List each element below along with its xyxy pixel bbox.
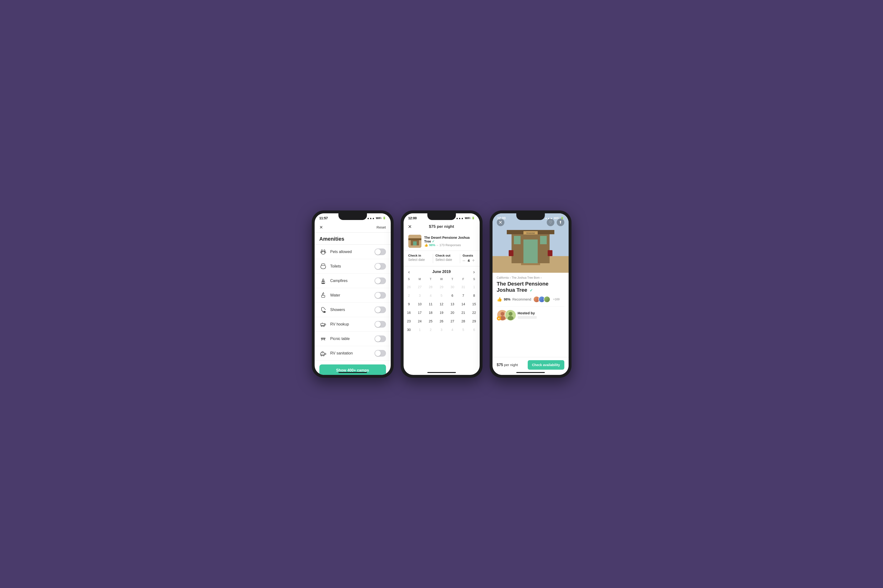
cal-day-7[interactable]: 7 [458, 291, 469, 300]
cal-day-17[interactable]: 17 [414, 308, 425, 317]
svg-rect-29 [413, 242, 417, 245]
picnic-icon [319, 335, 327, 343]
hosted-by-sub [518, 316, 537, 319]
cal-day-13[interactable]: 13 [447, 300, 458, 308]
amenity-pets: Pets allowed [314, 245, 391, 259]
cal-day-28a: 28 [425, 283, 436, 291]
cal-day-15[interactable]: 15 [469, 300, 480, 308]
checkout-value[interactable]: Select date [435, 258, 457, 262]
show-camps-button[interactable]: Show 400+ camps [319, 364, 386, 375]
host-avatars-wrap: ★ [497, 309, 515, 320]
water-label: Water [330, 293, 340, 297]
price-amount: $75 [497, 363, 503, 367]
svg-point-17 [323, 325, 324, 326]
picnic-label: Picnic table [330, 337, 350, 341]
cal-day-26[interactable]: 26 [436, 317, 447, 326]
cal-day-10[interactable]: 10 [414, 300, 425, 308]
svg-rect-7 [322, 295, 325, 297]
amenity-water: Water [314, 288, 391, 303]
guests-minus-button[interactable]: – [463, 258, 465, 263]
water-toggle[interactable] [375, 292, 386, 298]
cal-day-12[interactable]: 12 [436, 300, 447, 308]
cal-day-27[interactable]: 27 [447, 317, 458, 326]
svg-rect-4 [322, 264, 325, 266]
svg-rect-36 [514, 236, 520, 244]
checkout-label: Check out [435, 254, 457, 257]
cal-day-18[interactable]: 18 [425, 308, 436, 317]
calendar: ‹ June 2019 › S M T W T F S 26 27 28 29 [403, 266, 480, 334]
reset-button[interactable]: Reset [376, 225, 386, 229]
property-thumbnail [408, 235, 421, 248]
paw-icon [319, 248, 327, 256]
rv-san-toggle[interactable] [375, 350, 386, 357]
listing-photo: PENSIONE ✕ ♡ ⬆ [492, 213, 569, 273]
breadcrumb-arrow-2: › [540, 276, 542, 279]
cal-day-3: 3 [414, 291, 425, 300]
recommend-pct: 98% [504, 297, 511, 301]
cal-day-16[interactable]: 16 [403, 308, 415, 317]
cal-day-21[interactable]: 21 [458, 308, 469, 317]
next-month-button[interactable]: › [473, 269, 475, 274]
campfires-toggle[interactable] [375, 278, 386, 284]
svg-point-9 [324, 311, 325, 312]
signal-icon-3: ▲▲▲ [545, 217, 553, 219]
booking-close-icon[interactable]: ✕ [408, 224, 412, 230]
verified-checkmark: ✓ [432, 240, 435, 243]
status-icons-3: ▲▲▲ WiFi 🔋 [545, 216, 564, 219]
svg-rect-15 [324, 324, 326, 325]
listing-info: California › The Joshua Tree Bom › The D… [492, 273, 569, 326]
cal-day-30[interactable]: 30 [403, 326, 415, 334]
amenities-header: ✕ Reset [314, 221, 391, 232]
cal-day-20[interactable]: 20 [447, 308, 458, 317]
cal-day-23[interactable]: 23 [403, 317, 415, 326]
wifi-icon-2: WiFi [465, 217, 470, 219]
showers-toggle[interactable] [375, 306, 386, 313]
battery-icon: 🔋 [383, 216, 386, 219]
rv-hookup-label: RV hookup [330, 322, 349, 326]
status-icons-2: ▲▲▲ WiFi 🔋 [456, 216, 475, 219]
price-display: $75 per night [497, 363, 518, 367]
pets-toggle[interactable] [375, 249, 386, 255]
checkin-value[interactable]: Select date [408, 258, 430, 262]
guests-label: Guests [463, 254, 473, 257]
property-image [408, 235, 421, 248]
close-icon[interactable]: ✕ [319, 225, 323, 230]
cal-day-29[interactable]: 29 [469, 317, 480, 326]
host-info: Hosted by [518, 311, 537, 319]
picnic-toggle[interactable] [375, 336, 386, 342]
phones-container: 11:57 ▲▲▲ WiFi 🔋 ✕ Reset Amenities [312, 210, 572, 378]
wifi-icon-3: WiFi [554, 217, 559, 219]
cal-day-24[interactable]: 24 [414, 317, 425, 326]
svg-rect-23 [320, 353, 325, 355]
cal-day-25[interactable]: 25 [425, 317, 436, 326]
amenity-showers: Showers [314, 303, 391, 317]
cal-day-28[interactable]: 28 [458, 317, 469, 326]
phone-listing: 12:00 ▲▲▲ WiFi 🔋 [490, 210, 572, 378]
cal-day-9[interactable]: 9 [403, 300, 415, 308]
hosted-row: ★ Hosted by [497, 306, 564, 323]
cal-day-6b: 6 [469, 326, 480, 334]
cal-day-19[interactable]: 19 [436, 308, 447, 317]
rv-hookup-toggle[interactable] [375, 321, 386, 328]
cal-day-14[interactable]: 14 [458, 300, 469, 308]
showers-label: Showers [330, 308, 345, 312]
cal-day-6[interactable]: 6 [447, 291, 458, 300]
guests-controls: – 4 + [463, 258, 475, 263]
breadcrumb-california[interactable]: California [497, 276, 509, 279]
svg-point-16 [321, 325, 322, 326]
breadcrumb-joshua-tree[interactable]: The Joshua Tree Bom [511, 276, 540, 279]
toilets-toggle[interactable] [375, 263, 386, 270]
guests-plus-button[interactable]: + [472, 258, 475, 263]
listing-title: The Desert Pensione Joshua Tree ✓ [497, 281, 564, 293]
cal-day-8[interactable]: 8 [469, 291, 480, 300]
dow-thu: T [447, 276, 458, 283]
prev-month-button[interactable]: ‹ [408, 269, 410, 274]
cal-day-22[interactable]: 22 [469, 308, 480, 317]
wifi-icon: WiFi [376, 217, 381, 219]
breadcrumb: California › The Joshua Tree Bom › [497, 276, 564, 279]
rating-percent: 98% [429, 243, 435, 247]
amenity-picnic: Picnic table [314, 332, 391, 346]
check-availability-button[interactable]: Check availability [528, 360, 564, 370]
verified-badge: ✓ [529, 288, 533, 292]
cal-day-11[interactable]: 11 [425, 300, 436, 308]
